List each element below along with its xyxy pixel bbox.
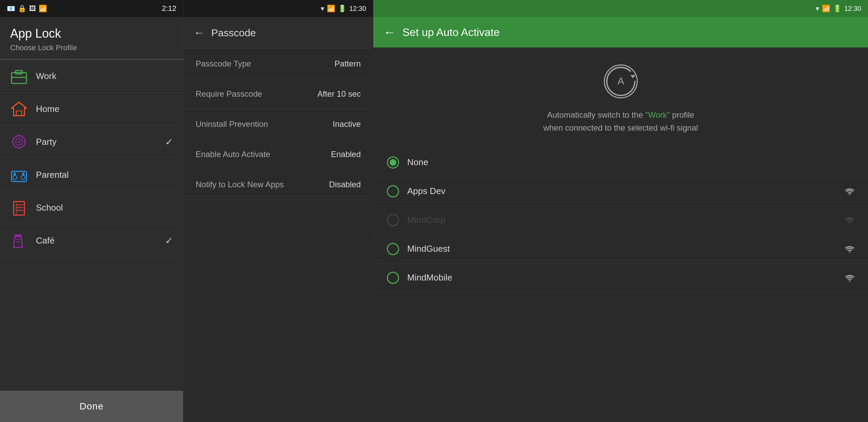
- screen-passcode: ▾ 📶 🔋 12:30 ← Passcode Passcode Type Pat…: [183, 0, 373, 422]
- profile-item-home[interactable]: Home: [0, 93, 183, 126]
- done-button[interactable]: Done: [0, 391, 183, 422]
- setting-row-3[interactable]: Enable Auto Activate Enabled: [183, 139, 373, 170]
- lock-icon: 🔒: [18, 4, 26, 13]
- svg-point-13: [13, 175, 17, 179]
- setting-value-2: Inactive: [333, 119, 361, 129]
- back-arrow-2[interactable]: ←: [194, 26, 204, 39]
- wifi-icon-3: ▾: [816, 4, 819, 13]
- setting-label-3: Enable Auto Activate: [196, 150, 270, 159]
- profile-item-cafe[interactable]: Café ✓: [0, 224, 183, 257]
- wifi-signal-appsdev: [845, 188, 854, 195]
- parental-label: Parental: [36, 170, 173, 180]
- home-icon: [10, 100, 28, 118]
- radio-none: [387, 156, 399, 169]
- time-3: 12:30: [844, 5, 861, 13]
- profile-item-party[interactable]: Party ✓: [0, 126, 183, 158]
- wifi-option-appsdev[interactable]: Apps Dev: [373, 177, 868, 206]
- home-label: Home: [36, 104, 173, 114]
- screens-container: 📧 🔒 🖼 📶 2:12 App Lock Choose Lock Profil…: [0, 0, 868, 422]
- setting-value-3: Enabled: [331, 150, 361, 159]
- svg-rect-17: [14, 202, 24, 215]
- svg-point-7: [18, 141, 20, 143]
- setting-value-4: Disabled: [329, 180, 361, 189]
- svg-rect-22: [14, 234, 22, 236]
- cafe-icon: [10, 232, 28, 249]
- svg-marker-3: [12, 102, 26, 116]
- profile-item-work[interactable]: Work: [0, 60, 183, 93]
- status-time-1: 2:12: [162, 4, 176, 13]
- wifi-signal-mindmobile: [845, 274, 854, 282]
- svg-rect-18: [16, 202, 17, 215]
- setting-row-1[interactable]: Require Passcode After 10 sec: [183, 79, 373, 109]
- time-2: 12:30: [349, 5, 366, 13]
- wifi-status-icon: 📶: [39, 4, 47, 13]
- status-icons-3: ▾ 📶 🔋 12:30: [816, 4, 861, 13]
- school-icon: [10, 199, 28, 216]
- wifi-label-mindguest: MindGuest: [407, 244, 845, 254]
- svg-point-14: [21, 175, 25, 179]
- wifi-label-mindmobile: MindMobile: [407, 272, 845, 283]
- setting-row-2[interactable]: Uninstall Prevention Inactive: [183, 109, 373, 139]
- setting-label-0: Passcode Type: [196, 59, 251, 69]
- battery-icon-3: 🔋: [833, 4, 842, 13]
- wifi-option-mindmobile[interactable]: MindMobile: [373, 264, 868, 292]
- radio-mindmobile: [387, 272, 399, 284]
- svg-marker-27: [630, 75, 635, 78]
- status-bar-2: ▾ 📶 🔋 12:30: [183, 0, 373, 17]
- party-label: Party: [36, 137, 165, 147]
- wifi-option-mindcorp[interactable]: MindCorp: [373, 206, 868, 235]
- svg-text:A: A: [617, 75, 624, 87]
- signal-icon-2: 📶: [327, 4, 335, 13]
- parental-icon: [10, 166, 28, 184]
- work-icon: [10, 67, 28, 85]
- passcode-title: Passcode: [211, 27, 256, 39]
- setting-label-2: Uninstall Prevention: [196, 119, 268, 129]
- wifi-label-none: None: [407, 157, 854, 168]
- setting-row-0[interactable]: Passcode Type Pattern: [183, 49, 373, 79]
- setting-row-4[interactable]: Notify to Lock New Apps Disabled: [183, 170, 373, 200]
- auto-activate-icon: A: [604, 64, 638, 98]
- radio-appsdev: [387, 185, 399, 197]
- status-icons-2: ▾ 📶 🔋 12:30: [321, 4, 366, 13]
- autoactivate-title: Set up Auto Activate: [402, 26, 499, 39]
- party-icon: [10, 133, 28, 151]
- profile-item-parental[interactable]: Parental: [0, 158, 183, 191]
- wifi-label-appsdev: Apps Dev: [407, 186, 845, 196]
- highlight-profile: "Work": [645, 110, 670, 119]
- wifi-signal-mindguest: [845, 245, 854, 253]
- status-bar-3: ▾ 📶 🔋 12:30: [373, 0, 868, 17]
- applock-header: App Lock Choose Lock Profile: [0, 17, 183, 60]
- wifi-label-mindcorp: MindCorp: [407, 215, 845, 225]
- screen-autoactivate: ▾ 📶 🔋 12:30 ← Set up Auto Activate A Aut…: [373, 0, 868, 422]
- work-label: Work: [36, 71, 173, 81]
- school-label: School: [36, 203, 173, 213]
- svg-rect-16: [22, 173, 24, 175]
- cafe-label: Café: [36, 235, 165, 246]
- profile-list: Work Home: [0, 60, 183, 391]
- radio-mindguest: [387, 243, 399, 255]
- wifi-signal-mindcorp: [845, 216, 854, 224]
- setting-value-1: After 10 sec: [317, 89, 361, 99]
- party-check: ✓: [165, 136, 173, 148]
- autoactivate-icon-area: A: [373, 47, 868, 109]
- autoactivate-toolbar: ← Set up Auto Activate: [373, 17, 868, 47]
- profile-item-school[interactable]: School: [0, 191, 183, 224]
- svg-rect-4: [16, 111, 22, 116]
- cafe-check: ✓: [165, 235, 173, 246]
- photo-icon: 🖼: [29, 5, 36, 13]
- status-bar-1: 📧 🔒 🖼 📶 2:12: [0, 0, 183, 17]
- wifi-option-none[interactable]: None: [373, 148, 868, 177]
- signal-icon-3: 📶: [822, 4, 830, 13]
- applock-subtitle: Choose Lock Profile: [10, 43, 173, 52]
- setting-value-0: Pattern: [335, 59, 361, 69]
- settings-list: Passcode Type Pattern Require Passcode A…: [183, 49, 373, 422]
- svg-rect-15: [14, 173, 16, 175]
- wifi-icon-2: ▾: [321, 4, 324, 13]
- autoactivate-description: Automatically switch to the "Work" profi…: [373, 109, 868, 148]
- setting-label-1: Require Passcode: [196, 89, 262, 99]
- back-arrow-3[interactable]: ←: [383, 25, 396, 39]
- wifi-option-mindguest[interactable]: MindGuest: [373, 235, 868, 264]
- passcode-toolbar: ← Passcode: [183, 17, 373, 49]
- notification-icon: 📧: [7, 4, 15, 13]
- applock-title: App Lock: [10, 26, 173, 41]
